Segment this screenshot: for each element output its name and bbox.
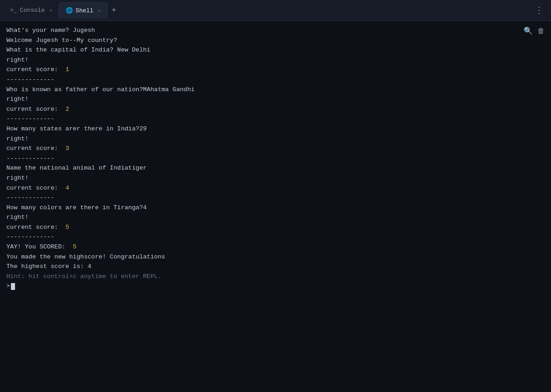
term-line: How many states arer there in India?29 bbox=[6, 124, 545, 134]
tab-console[interactable]: >_ Console ✕ bbox=[4, 2, 59, 19]
console-icon: >_ bbox=[10, 7, 17, 14]
tab-add-button[interactable]: + bbox=[108, 4, 120, 17]
tab-menu-button[interactable]: ⋮ bbox=[531, 3, 547, 18]
clear-button[interactable]: 🗑 bbox=[537, 26, 545, 35]
term-line: right! bbox=[6, 94, 545, 104]
term-line: Welcome Jugesh to--My country? bbox=[6, 36, 545, 46]
score-number: 5 bbox=[66, 224, 69, 231]
tab-shell-close[interactable]: ✕ bbox=[98, 8, 101, 14]
term-line: right! bbox=[6, 173, 545, 183]
score-number: 1 bbox=[66, 66, 69, 73]
term-line: current score: 1 bbox=[6, 65, 545, 75]
term-line: right! bbox=[6, 134, 545, 144]
term-line: right! bbox=[6, 55, 545, 65]
term-line: Hint: hit control+c anytime to enter REP… bbox=[6, 272, 545, 282]
term-line: You made the new highscore! Congratulati… bbox=[6, 252, 545, 262]
term-line: ------------- bbox=[6, 193, 545, 203]
score-number: 2 bbox=[66, 106, 69, 113]
tab-console-close[interactable]: ✕ bbox=[49, 7, 52, 13]
term-line: current score: 2 bbox=[6, 104, 545, 114]
search-button[interactable]: 🔍 bbox=[524, 26, 533, 35]
prompt-line: > bbox=[6, 281, 545, 291]
score-number: 4 bbox=[66, 185, 69, 191]
shell-icon: 🌐 bbox=[66, 7, 73, 14]
tab-bar: >_ Console ✕ 🌐 Shell ✕ + ⋮ bbox=[0, 0, 551, 21]
term-line: ------------- bbox=[6, 154, 545, 164]
term-line: What's your name? Jugesh bbox=[6, 26, 545, 36]
term-line: ------------- bbox=[6, 114, 545, 124]
tab-console-label: Console bbox=[20, 7, 45, 14]
cursor bbox=[11, 283, 15, 290]
prompt-symbol: > bbox=[6, 281, 10, 291]
term-line: ------------- bbox=[6, 75, 545, 85]
term-line: current score: 4 bbox=[6, 183, 545, 193]
term-line: current score: 5 bbox=[6, 222, 545, 232]
terminal-actions: 🔍 🗑 bbox=[524, 26, 545, 35]
term-line: How many colors are there in Tiranga?4 bbox=[6, 203, 545, 213]
term-line: YAY! You SCORED: 5 bbox=[6, 242, 545, 252]
tab-shell-label: Shell bbox=[76, 7, 93, 14]
yay-score-number: 5 bbox=[73, 243, 77, 250]
score-number: 3 bbox=[66, 145, 69, 152]
terminal-output: What's your name? JugeshWelcome Jugesh t… bbox=[6, 26, 545, 281]
terminal-area: 🔍 🗑 What's your name? JugeshWelcome Juge… bbox=[0, 21, 551, 392]
term-line: The highest score is: 4 bbox=[6, 262, 545, 272]
term-line: Name the national animal of Indiatiger bbox=[6, 163, 545, 173]
term-line: current score: 3 bbox=[6, 144, 545, 154]
term-line: right! bbox=[6, 212, 545, 222]
term-line: ------------- bbox=[6, 232, 545, 242]
tab-shell[interactable]: 🌐 Shell ✕ bbox=[59, 2, 108, 19]
term-line: Who is known as father of our nation?MAh… bbox=[6, 85, 545, 95]
term-line: What is the capital of India? New Delhi bbox=[6, 45, 545, 55]
